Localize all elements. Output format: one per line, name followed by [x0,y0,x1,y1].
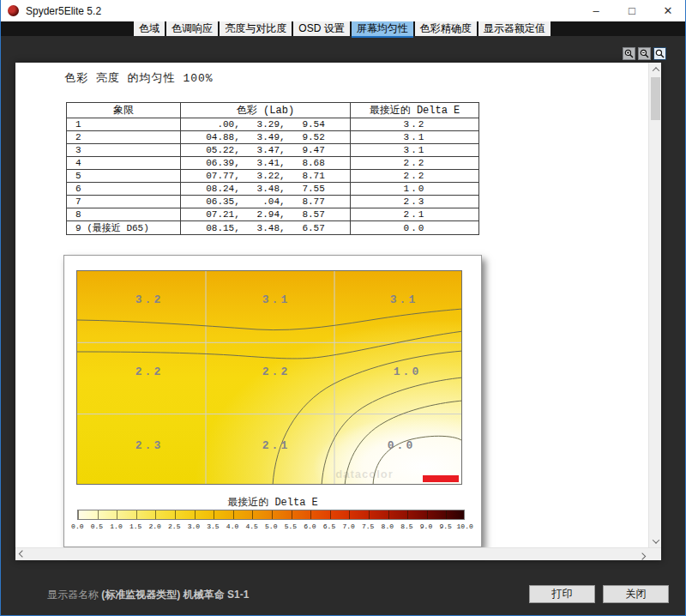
scale-tick: 0.0 [68,522,87,530]
cell-value: 1.0 [394,365,421,378]
table-row: 305.22, 3.47, 9.473.1 [67,144,479,157]
scroll-left-button[interactable] [15,548,28,561]
zoom-toolbar [623,47,666,60]
scale-tick: 1.5 [126,522,146,530]
zoom-in-button[interactable] [623,47,635,60]
scale-title: 最接近的 Delta E [227,495,318,510]
close-icon: ✕ [664,4,673,17]
tab-brightness-contrast[interactable]: 亮度与对比度 [220,21,292,36]
watermark-text: datacolor [335,468,394,480]
scroll-right-button[interactable] [635,548,648,561]
tab-gamut[interactable]: 色域 [134,21,165,36]
quadrant-cell: 1 [67,118,181,131]
quadrant-cell: 8 [67,208,181,221]
scale-tick: 3.5 [203,522,223,530]
tab-osd-settings[interactable]: OSD 设置 [293,21,349,36]
title-bar: Spyder5Elite 5.2 – □ ✕ [0,0,686,21]
scale-tick: 5.5 [281,522,301,530]
scale-tick: 7.0 [339,522,358,530]
print-button[interactable]: 打印 [529,585,595,603]
scale-tick: 0.5 [87,522,107,530]
scale-tick: 1.0 [106,522,126,530]
zoom-in-icon [624,49,634,58]
delta-cell: 1.0 [351,183,479,196]
scale-tick: 9.5 [436,522,455,530]
scale-tick: 4.5 [242,522,262,530]
lab-cell: 07.77, 3.22, 8.71 [181,170,351,183]
quadrant-cell: 6 [67,183,181,196]
lab-cell: 08.15, 3.48, 6.57 [181,221,351,235]
scale-tick: 7.5 [358,522,378,530]
report-panel: 色彩 亮度 的均匀性 100% 象限 色彩 (Lab) 最接近的 Delta E… [15,63,661,560]
app-logo-icon [8,5,19,16]
delta-cell: 3.2 [351,118,479,131]
vertical-scroll-thumb[interactable] [651,77,660,120]
chevron-right-icon [638,553,645,559]
maximize-button[interactable]: □ [614,0,650,21]
cell-value: 3.2 [135,293,163,306]
scale-tick: 8.0 [378,522,398,530]
scale-tick-labels: 0.0 0.5 1.0 1.5 2.0 2.5 3.0 3.5 4.0 4.5 … [68,522,475,530]
cell-value: 2.3 [135,439,163,452]
scroll-down-button[interactable] [649,534,662,547]
uniformity-table: 象限 色彩 (Lab) 最接近的 Delta E 1 .00, 3.29, 9.… [66,102,479,235]
window-controls: – □ ✕ [578,0,686,21]
quadrant-cell: 2 [67,131,181,144]
cell-value: 3.1 [262,293,290,306]
delta-cell: 3.1 [351,131,479,144]
cell-value: 2.1 [262,439,290,452]
scale-tick: 5.0 [262,522,281,530]
scale-tick: 9.0 [417,522,436,530]
lab-cell: .00, 3.29, 9.54 [181,118,351,131]
table-row: 706.35, .04, 8.772.3 [67,196,479,208]
lab-cell: 04.88, 3.49, 9.52 [181,131,351,144]
scale-tick: 6.0 [300,522,320,530]
scale-tick: 2.0 [145,522,165,530]
scale-tick: 4.0 [223,522,243,530]
page-title: 色彩 亮度 的均匀性 100% [64,70,214,86]
scale-tick: 3.0 [184,522,204,530]
monitor-name-label: 显示器名称 [47,589,101,601]
tab-tone-response[interactable]: 色调响应 [166,21,218,36]
zoom-select-button[interactable] [653,47,666,60]
delta-cell: 3.1 [351,144,479,157]
scale-tick: 6.5 [320,522,340,530]
zoom-icon [655,49,665,58]
delta-e-contour-map: datacolor 3.2 3.1 3.1 2.2 2.2 1.0 2.3 2.… [76,270,462,485]
scale-tick: 2.5 [165,522,184,530]
tab-display-rating[interactable]: 显示器额定值 [478,21,551,36]
scroll-up-button[interactable] [649,63,662,75]
lab-cell: 06.35, .04, 8.77 [181,196,351,208]
delta-cell: 2.1 [351,208,479,221]
chevron-left-icon [18,550,25,557]
header-lab: 色彩 (Lab) [181,103,351,118]
tab-color-accuracy[interactable]: 色彩精确度 [415,21,477,36]
delta-cell: 2.3 [351,196,479,208]
horizontal-scrollbar[interactable] [15,547,661,560]
quadrant-cell: 4 [67,157,181,170]
close-dialog-button[interactable]: 关闭 [603,585,669,603]
delta-cell: 0.0 [351,221,479,235]
window-title: Spyder5Elite 5.2 [26,5,101,17]
cell-value: 0.0 [388,439,415,452]
minimize-button[interactable]: – [578,0,614,21]
table-row: 406.39, 3.41, 8.682.2 [67,157,479,170]
scale-tick: 8.5 [397,522,417,530]
tab-screen-uniformity[interactable]: 屏幕均匀性 [352,21,413,36]
quadrant-cell: 5 [67,170,181,183]
delta-cell: 2.2 [351,157,479,170]
cell-value: 2.2 [135,365,163,378]
vertical-scrollbar[interactable] [648,63,661,547]
close-button[interactable]: ✕ [650,0,686,21]
maximize-icon: □ [629,4,635,17]
lab-cell: 05.22, 3.47, 9.47 [181,144,351,157]
table-row: 608.24, 3.48, 7.551.0 [67,183,479,196]
tab-bar: 色域 色调响应 亮度与对比度 OSD 设置 屏幕均匀性 色彩精确度 显示器额定值 [0,21,686,36]
table-row: 1 .00, 3.29, 9.543.2 [67,118,479,131]
zoom-out-button[interactable] [638,47,651,60]
minimize-icon: – [593,4,599,17]
sensor-position-marker [423,475,459,482]
table-header-row: 象限 色彩 (Lab) 最接近的 Delta E [67,103,479,118]
header-quadrant: 象限 [67,103,181,118]
lab-cell: 06.39, 3.41, 8.68 [181,157,351,170]
